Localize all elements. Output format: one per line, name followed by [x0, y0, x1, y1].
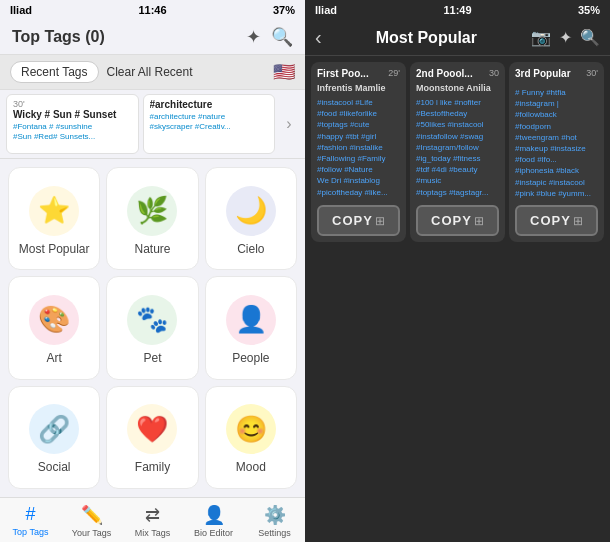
- category-nature[interactable]: 🌿 Nature: [106, 167, 198, 270]
- back-button[interactable]: ‹: [315, 26, 322, 49]
- copy-button-3[interactable]: COPY ⊞: [515, 205, 598, 236]
- your-tags-nav-label: Your Tags: [72, 528, 112, 538]
- right-header-icons: 📷 ✦ 🔍: [531, 28, 600, 47]
- social-icon: 🔗: [29, 404, 79, 454]
- nav-top-tags[interactable]: # Top Tags: [0, 504, 61, 538]
- card-1-top: First Poo... 29': [317, 68, 400, 79]
- left-status-bar: Iliad 11:46 37%: [0, 0, 305, 20]
- popular-card-1[interactable]: First Poo... 29' Infrentis Mamlie #insta…: [311, 62, 406, 242]
- left-carrier: Iliad: [10, 4, 32, 16]
- right-time: 11:49: [443, 4, 471, 16]
- left-panel: Iliad 11:46 37% Top Tags (0) ✦ 🔍 Recent …: [0, 0, 305, 542]
- copy-button-1[interactable]: COPY ⊞: [317, 205, 400, 236]
- clear-recent-button[interactable]: Clear All Recent: [107, 65, 193, 79]
- tag-item-2[interactable]: #architecture #architecture #nature#skys…: [143, 94, 276, 154]
- art-icon: 🎨: [29, 295, 79, 345]
- flag-icon: 🇺🇸: [273, 61, 295, 83]
- right-search-icon[interactable]: 🔍: [580, 28, 600, 47]
- nature-icon: 🌿: [127, 186, 177, 236]
- settings-nav-label: Settings: [258, 528, 291, 538]
- right-title: Most Popular: [330, 29, 523, 47]
- nav-mix-tags[interactable]: ⇄ Mix Tags: [122, 504, 183, 538]
- nav-settings[interactable]: ⚙️ Settings: [244, 504, 305, 538]
- your-tags-icon: ✏️: [81, 504, 103, 526]
- left-time: 11:46: [138, 4, 166, 16]
- family-label: Family: [135, 460, 170, 474]
- copy-button-2[interactable]: COPY ⊞: [416, 205, 499, 236]
- category-mood[interactable]: 😊 Mood: [205, 386, 297, 489]
- settings-icon: ⚙️: [264, 504, 286, 526]
- categories-grid: ⭐ Most Popular 🌿 Nature 🌙 Cielo 🎨 Art 🐾 …: [0, 159, 305, 497]
- copy-icon-1: ⊞: [375, 214, 385, 228]
- mood-label: Mood: [236, 460, 266, 474]
- left-header-icons: ✦ 🔍: [246, 26, 293, 48]
- tag-items-row: 30' Wicky # Sun # Sunset #Fontana # #sun…: [0, 90, 305, 159]
- nature-label: Nature: [134, 242, 170, 256]
- cielo-icon: 🌙: [226, 186, 276, 236]
- card-2-rank: 2nd Poool...: [416, 68, 473, 79]
- recent-bar: Recent Tags Clear All Recent 🇺🇸: [0, 55, 305, 90]
- mood-icon: 😊: [226, 404, 276, 454]
- copy-label-1: COPY: [332, 213, 373, 228]
- left-title: Top Tags (0): [12, 28, 105, 46]
- card-3-top: 3rd Popular 30': [515, 68, 598, 79]
- nav-your-tags[interactable]: ✏️ Your Tags: [61, 504, 122, 538]
- sparkle-icon[interactable]: ✦: [246, 26, 261, 48]
- card-1-rank: First Poo...: [317, 68, 369, 79]
- copy-label-3: COPY: [530, 213, 571, 228]
- social-label: Social: [38, 460, 71, 474]
- copy-label-2: COPY: [431, 213, 472, 228]
- right-header: ‹ Most Popular 📷 ✦ 🔍: [305, 20, 610, 56]
- people-icon: 👤: [226, 295, 276, 345]
- popular-cards-row: First Poo... 29' Infrentis Mamlie #insta…: [305, 56, 610, 246]
- art-label: Art: [46, 351, 61, 365]
- right-status-bar: Iliad 11:49 35%: [305, 0, 610, 20]
- card-3-rank: 3rd Popular: [515, 68, 571, 79]
- card-1-count: 29': [388, 68, 400, 78]
- card-1-user: Infrentis Mamlie: [317, 83, 400, 93]
- category-people[interactable]: 👤 People: [205, 276, 297, 379]
- nav-bio-editor[interactable]: 👤 Bio Editor: [183, 504, 244, 538]
- card-1-tags: #instacool #Life#food #likeforlike#topta…: [317, 97, 400, 199]
- category-cielo[interactable]: 🌙 Cielo: [205, 167, 297, 270]
- most-popular-label: Most Popular: [19, 242, 90, 256]
- tag-item-1[interactable]: 30' Wicky # Sun # Sunset #Fontana # #sun…: [6, 94, 139, 154]
- card-2-user: Moonstone Anilia: [416, 83, 499, 93]
- popular-card-2[interactable]: 2nd Poool... 30 Moonstone Anilia #100 l …: [410, 62, 505, 242]
- top-tags-nav-label: Top Tags: [13, 527, 49, 537]
- right-sparkle-icon[interactable]: ✦: [559, 28, 572, 47]
- right-panel: Iliad 11:49 35% ‹ Most Popular 📷 ✦ 🔍 Fir…: [305, 0, 610, 542]
- scroll-indicator: ›: [279, 94, 299, 154]
- most-popular-icon: ⭐: [29, 186, 79, 236]
- mix-tags-icon: ⇄: [145, 504, 160, 526]
- bio-editor-icon: 👤: [203, 504, 225, 526]
- bottom-nav: # Top Tags ✏️ Your Tags ⇄ Mix Tags 👤 Bio…: [0, 497, 305, 542]
- popular-card-3[interactable]: 3rd Popular 30' # Funny #htfia#instagram…: [509, 62, 604, 242]
- search-icon[interactable]: 🔍: [271, 26, 293, 48]
- bio-editor-nav-label: Bio Editor: [194, 528, 233, 538]
- right-battery: 35%: [578, 4, 600, 16]
- category-family[interactable]: ❤️ Family: [106, 386, 198, 489]
- category-most-popular[interactable]: ⭐ Most Popular: [8, 167, 100, 270]
- card-3-count: 30': [586, 68, 598, 78]
- card-2-top: 2nd Poool... 30: [416, 68, 499, 79]
- recent-tags-label[interactable]: Recent Tags: [10, 61, 99, 83]
- family-icon: ❤️: [127, 404, 177, 454]
- category-pet[interactable]: 🐾 Pet: [106, 276, 198, 379]
- copy-icon-3: ⊞: [573, 214, 583, 228]
- copy-icon-2: ⊞: [474, 214, 484, 228]
- category-social[interactable]: 🔗 Social: [8, 386, 100, 489]
- category-art[interactable]: 🎨 Art: [8, 276, 100, 379]
- card-3-tags: # Funny #htfia#instagram |#followback#fo…: [515, 87, 598, 199]
- top-tags-icon: #: [25, 504, 35, 525]
- left-battery: 37%: [273, 4, 295, 16]
- people-label: People: [232, 351, 269, 365]
- pet-label: Pet: [143, 351, 161, 365]
- card-2-tags: #100 l like #nofiter#Bestoftheday#50like…: [416, 97, 499, 199]
- right-carrier: Iliad: [315, 4, 337, 16]
- instagram-icon[interactable]: 📷: [531, 28, 551, 47]
- right-content-area: [305, 246, 610, 542]
- card-2-count: 30: [489, 68, 499, 78]
- mix-tags-nav-label: Mix Tags: [135, 528, 170, 538]
- cielo-label: Cielo: [237, 242, 264, 256]
